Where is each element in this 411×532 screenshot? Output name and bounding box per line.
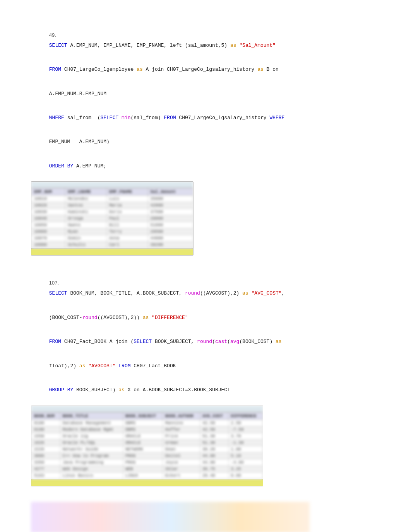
col-header-fname: EMP_FNAME [106,188,148,196]
result-header-bar-107 [31,406,263,412]
table-row: 0190Modern Database MgmtDBMSHoffer42.50-… [32,426,263,433]
table-row: 1626Oracle PL/SQLORACLEUrman51.30-1.30 [32,439,263,446]
table-row: 5163Linux BasicsLINUXEckert29.400.60 [32,472,263,479]
query-49-line6: ORDER BY A.EMP_NUM; [31,154,380,178]
result-table-49: EMP_NUM EMP_LNAME EMP_FNAME Sal_Amount 1… [31,188,193,248]
table-row: 0180Database ManagementDBMSMannino42.502… [32,419,263,426]
table-row: 4277Web DesignWEBSklar36.753.25 [32,466,263,472]
col-header-difference: DIFFERENCE [228,412,262,419]
result-table-107: BOOK_NUM BOOK_TITLE BOOK_SUBJECT BOOK_AU… [31,412,263,479]
table-row: 10010MelendezLuis35000 [32,196,193,202]
col-header-booksubject: BOOK_SUBJECT [123,412,163,419]
table-row: 10050OwensBill51000 [32,222,193,228]
col-header-empnum: EMP_NUM [32,188,65,196]
query-block-49: 49. SELECT A.EMP_NUM, EMP_LNAME, EMP_FNA… [31,23,380,256]
result-header-bar-49 [31,182,193,188]
query-49-line3: A.EMP_NUM=B.EMP_NUM [31,82,380,106]
result-container-107: BOOK_NUM BOOK_TITLE BOOK_SUBJECT BOOK_AU… [31,406,263,486]
query-107-line4: float),2) as "AVGCOST" FROM CH07_Fact_BO… [31,354,380,378]
table-row: 10070DominAnna44000 [32,235,193,242]
table-row: 1558Oracle 11gORACLEPrice51.303.70 [32,433,263,439]
result-footer-49 [31,248,193,255]
col-header-salamount: Sal_Amount [148,188,193,196]
query-49-line1: 49. SELECT A.EMP_NUM, EMP_LNAME, EMP_FNA… [31,23,380,58]
page-content: 49. SELECT A.EMP_NUM, EMP_LNAME, EMP_FNA… [31,23,380,532]
col-header-bookauthor: BOOK_AUTHOR [163,412,200,419]
col-header-lname: EMP_LNAME [65,188,107,196]
kw-select-1: SELECT [49,43,67,48]
query-107-line1: 107. SELECT BOOK_NUM, BOOK_TITLE, A.BOOK… [31,271,380,306]
result-footer-107 [31,479,263,486]
table-row: 10040OrtegaPaul28000 [32,215,193,222]
query-number-107: 107. [49,280,59,286]
table-row: 2226Network+ GuideNETWORKDean38.201.80 [32,446,263,452]
result-container-49: EMP_NUM EMP_LNAME EMP_FNAME Sal_Amount 1… [31,181,194,256]
table-row: 10020SantosMaria42000 [32,202,193,209]
query-107-line5: GROUP BY BOOK_SUBJECT) as X on A.BOOK_SU… [31,378,380,402]
col-header-avgcost: AVG_COST [200,412,228,419]
table-row: 10030KaminskiDoris37500 [32,209,193,215]
query-107-line2: (BOOK_COST-round((AVGCOST),2)) as "DIFFE… [31,306,380,330]
col-header-booknum: BOOK_NUM [32,412,60,419]
query-49-line5: EMP_NUM = A.EMP_NUM) [31,130,380,154]
blurred-bottom-content [31,502,310,532]
table-row: 3086C++ How to ProgramPROGDeitel44.905.1… [32,452,263,459]
query-block-107: 107. SELECT BOOK_NUM, BOOK_TITLE, A.BOOK… [31,271,380,486]
query-107-line3: FROM CH07_Fact_BOOK A join (SELECT BOOK_… [31,330,380,354]
query-49-line2: FROM CH07_LargeCo_lgemployee as A join C… [31,58,380,82]
table-row: 10060RyanTerry29500 [32,228,193,235]
query-49-line4: WHERE sal_from= (SELECT min(sal_from) FR… [31,106,380,130]
query-number-49: 49. [49,32,56,38]
table-row: 3350Java ProgrammingPROGJoyce44.90-4.90 [32,459,263,466]
table-row: 10080SchultzCarl38200 [32,242,193,248]
col-header-booktitle: BOOK_TITLE [60,412,123,419]
